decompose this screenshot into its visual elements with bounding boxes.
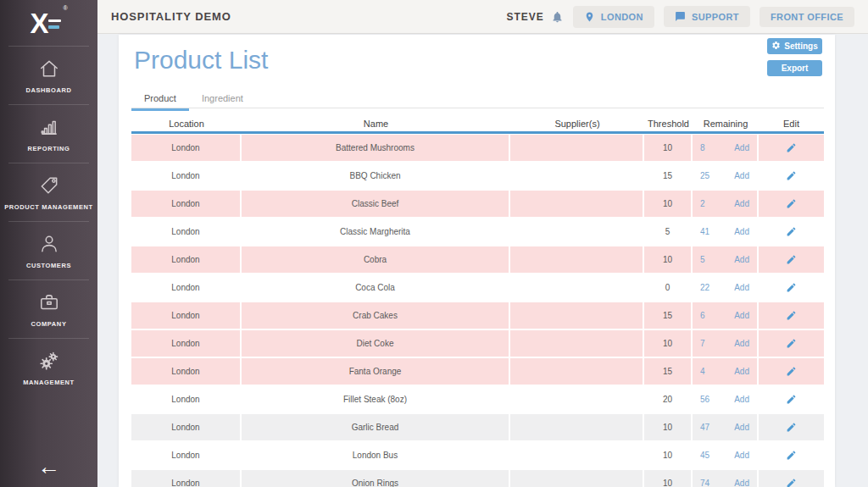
sidebar-item-product-management[interactable]: PRODUCT MANAGEMENT [0,163,97,221]
cell-remaining: 56 Add [693,386,759,412]
cell-name: Fanta Orange [242,358,510,385]
remaining-value[interactable]: 74 [700,479,709,487]
cell-name: London Bus [242,442,510,468]
sidebar-item-customers[interactable]: CUSTOMERS [0,221,97,279]
cell-remaining: 2 Add [693,191,759,217]
cell-edit [759,330,824,357]
cell-edit [759,386,824,412]
location-button[interactable]: LONDON [573,6,654,28]
remaining-value[interactable]: 2 [700,199,705,208]
edit-pencil-icon[interactable] [786,226,797,237]
tab-divider-line [131,108,824,108]
sidebar-item-reporting[interactable]: REPORTING [0,104,97,163]
cell-location: London [131,358,242,385]
gears-icon [38,349,60,373]
settings-button[interactable]: Settings [767,38,822,54]
edit-pencil-icon[interactable] [786,338,797,349]
add-stock-link[interactable]: Add [734,451,749,460]
edit-pencil-icon[interactable] [786,282,797,293]
cell-name: Diet Coke [242,330,510,357]
edit-pencil-icon[interactable] [786,170,797,181]
cell-remaining: 6 Add [693,302,759,329]
remaining-value[interactable]: 5 [700,255,705,264]
remaining-value[interactable]: 7 [700,339,705,348]
add-stock-link[interactable]: Add [734,255,749,264]
cell-remaining: 25 Add [693,163,759,189]
remaining-value[interactable]: 22 [700,283,709,292]
notifications-bell-icon[interactable] [551,10,564,24]
add-stock-link[interactable]: Add [734,171,749,180]
sidebar: X ® DASHBOARD REPORTING PRODUCT MANAGEME… [0,0,97,487]
sidebar-item-management[interactable]: MANAGEMENT [0,338,97,396]
collapse-sidebar-arrow-icon[interactable]: ← [0,456,97,479]
app-logo[interactable]: X ® [0,0,97,46]
add-stock-link[interactable]: Add [734,395,749,404]
remaining-value[interactable]: 41 [700,227,709,236]
cell-remaining: 41 Add [693,219,759,245]
export-button[interactable]: Export [767,60,822,76]
cell-name: Onion Rings [242,470,510,487]
bar-chart-icon [38,115,60,139]
cell-suppliers [510,163,644,189]
edit-pencil-icon[interactable] [786,450,797,461]
add-stock-link[interactable]: Add [734,283,749,292]
location-button-label: LONDON [601,12,643,22]
user-menu[interactable]: STEVE [507,10,564,24]
table-row: London Classic Beef 10 2 Add [131,191,824,217]
cell-suppliers [510,386,644,412]
sidebar-item-label: DASHBOARD [25,86,71,94]
top-header-bar: HOSPITALITY DEMO STEVE LONDON SUPPORT FR… [97,0,868,34]
add-stock-link[interactable]: Add [734,479,749,487]
cell-location: London [131,135,242,161]
app-title: HOSPITALITY DEMO [111,10,231,23]
add-stock-link[interactable]: Add [734,227,749,236]
home-icon [38,57,60,80]
chat-bubble-icon [675,11,686,22]
cell-location: London [131,246,242,273]
table-row: London Fillet Steak (8oz) 20 56 Add [131,386,824,412]
add-stock-link[interactable]: Add [734,143,749,152]
cell-name: Garlic Bread [242,414,510,440]
settings-button-label: Settings [784,42,817,51]
add-stock-link[interactable]: Add [734,199,749,208]
table-row: London Coca Cola 0 22 Add [131,274,824,301]
add-stock-link[interactable]: Add [734,367,749,376]
page-title: Product List [134,46,268,75]
remaining-value[interactable]: 56 [700,395,709,404]
add-stock-link[interactable]: Add [734,339,749,348]
add-stock-link[interactable]: Add [734,423,749,432]
edit-pencil-icon[interactable] [786,366,797,377]
cell-location: London [131,219,242,245]
column-header-edit: Edit [759,119,824,129]
remaining-value[interactable]: 8 [700,143,705,152]
remaining-value[interactable]: 25 [700,171,709,180]
edit-pencil-icon[interactable] [786,198,797,209]
user-name: STEVE [507,11,544,23]
cell-suppliers [510,330,644,357]
cell-remaining: 7 Add [693,330,759,357]
cell-threshold: 10 [644,330,693,357]
sidebar-item-company[interactable]: COMPANY [0,279,97,338]
cell-name: Coca Cola [242,274,510,301]
edit-pencil-icon[interactable] [786,142,797,153]
remaining-value[interactable]: 6 [700,311,705,320]
edit-pencil-icon[interactable] [786,422,797,433]
front-office-button[interactable]: FRONT OFFICE [760,7,854,27]
edit-pencil-icon[interactable] [786,394,797,405]
logo-text: X [30,9,47,37]
cell-suppliers [510,414,644,440]
sidebar-item-label: REPORTING [28,145,70,152]
edit-pencil-icon[interactable] [786,478,797,487]
remaining-value[interactable]: 47 [700,423,709,432]
add-stock-link[interactable]: Add [734,311,749,320]
edit-pencil-icon[interactable] [786,254,797,265]
remaining-value[interactable]: 4 [700,367,705,376]
column-header-name: Name [242,119,510,129]
tag-icon [38,174,60,197]
remaining-value[interactable]: 45 [700,451,709,460]
edit-pencil-icon[interactable] [786,310,797,321]
cell-location: London [131,330,242,357]
sidebar-item-dashboard[interactable]: DASHBOARD [0,46,97,104]
table-row: London Battered Mushrooms 10 8 Add [131,135,824,161]
support-button[interactable]: SUPPORT [664,6,750,27]
